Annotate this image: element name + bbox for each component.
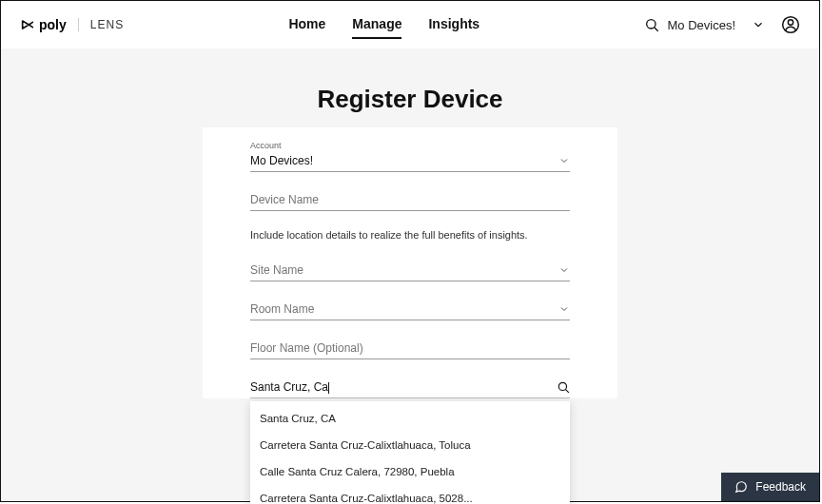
room-name-field[interactable]: Room Name bbox=[250, 299, 570, 320]
chevron-down-icon bbox=[558, 155, 570, 166]
location-hint: Include location details to realize the … bbox=[250, 228, 570, 242]
account-search[interactable]: Mo Devices! bbox=[644, 17, 735, 32]
room-name-placeholder: Room Name bbox=[250, 302, 314, 316]
svg-point-0 bbox=[647, 20, 656, 29]
account-search-text: Mo Devices! bbox=[667, 18, 735, 32]
floor-name-field[interactable]: Floor Name (Optional) bbox=[250, 338, 570, 359]
account-value: Mo Devices! bbox=[250, 154, 313, 167]
search-icon bbox=[557, 380, 570, 394]
brand-secondary-text: LENS bbox=[78, 18, 124, 31]
site-name-placeholder: Site Name bbox=[250, 263, 303, 277]
header-right: Mo Devices! bbox=[644, 15, 800, 34]
autocomplete-list: Santa Cruz, CA Carretera Santa Cruz-Cali… bbox=[250, 401, 570, 504]
autocomplete-option[interactable]: Carretera Santa Cruz-Calixtlahuaca, Tolu… bbox=[250, 432, 570, 458]
feedback-button[interactable]: Feedback bbox=[721, 473, 819, 501]
nav-insights[interactable]: Insights bbox=[428, 10, 480, 39]
site-name-field[interactable]: Site Name bbox=[250, 260, 570, 281]
location-autocomplete[interactable]: Santa Cruz, Ca Santa Cruz, CA Carretera … bbox=[250, 377, 570, 398]
svg-line-1 bbox=[655, 28, 658, 31]
chat-icon bbox=[734, 480, 748, 494]
main-nav: Home Manage Insights bbox=[288, 10, 480, 39]
chevron-down-icon bbox=[752, 18, 765, 31]
account-label: Account bbox=[250, 141, 570, 150]
brand-primary-text: poly bbox=[39, 17, 67, 32]
poly-mark-icon bbox=[20, 17, 35, 32]
nav-home[interactable]: Home bbox=[288, 10, 325, 39]
floor-name-placeholder: Floor Name (Optional) bbox=[250, 341, 363, 355]
page-title: Register Device bbox=[1, 85, 819, 114]
brand-primary: poly bbox=[20, 17, 67, 32]
autocomplete-option[interactable]: Calle Santa Cruz Calera, 72980, Puebla bbox=[250, 458, 570, 485]
account-dropdown[interactable] bbox=[749, 15, 768, 34]
chevron-down-icon bbox=[558, 303, 570, 315]
autocomplete-option[interactable]: Santa Cruz, CA bbox=[250, 405, 570, 432]
account-field[interactable]: Account Mo Devices! bbox=[250, 141, 570, 172]
svg-point-4 bbox=[558, 383, 566, 391]
device-name-placeholder: Device Name bbox=[250, 193, 319, 206]
svg-line-5 bbox=[565, 390, 569, 394]
chevron-down-icon bbox=[558, 264, 570, 276]
autocomplete-option[interactable]: Carretera Santa Cruz-Calixtlahuaca, 5028… bbox=[250, 485, 570, 504]
text-caret bbox=[328, 382, 329, 394]
user-circle-icon bbox=[781, 15, 800, 34]
device-name-field[interactable]: Device Name bbox=[250, 189, 570, 211]
register-card: Account Mo Devices! Device Name Include … bbox=[203, 127, 617, 398]
profile-button[interactable] bbox=[781, 15, 800, 34]
nav-manage[interactable]: Manage bbox=[352, 10, 401, 39]
search-icon bbox=[644, 17, 659, 32]
app-header: poly LENS Home Manage Insights Mo Device… bbox=[1, 1, 819, 48]
brand-logo: poly LENS bbox=[20, 17, 124, 32]
svg-point-3 bbox=[788, 20, 793, 25]
feedback-label: Feedback bbox=[755, 480, 806, 494]
autocomplete-value: Santa Cruz, Ca bbox=[250, 380, 328, 394]
